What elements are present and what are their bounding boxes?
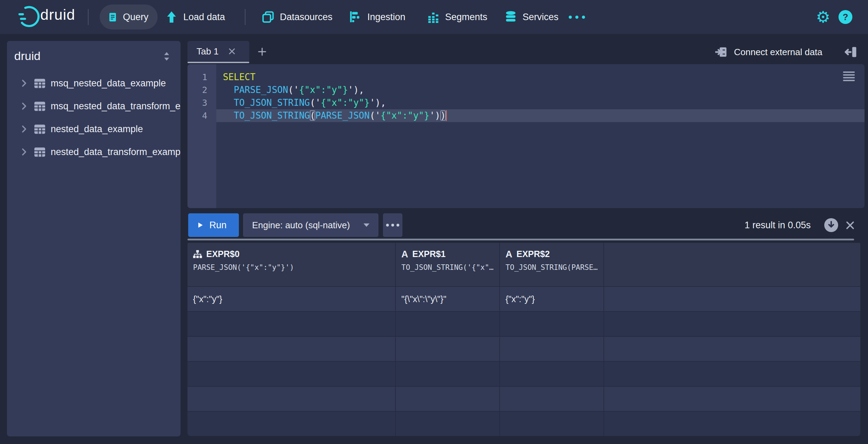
table-cell[interactable] bbox=[396, 411, 500, 436]
query-tab-1[interactable]: Tab 1 bbox=[187, 41, 249, 62]
run-button[interactable]: Run bbox=[188, 213, 239, 237]
table-cell[interactable] bbox=[396, 386, 500, 411]
connect-external-data-label: Connect external data bbox=[734, 47, 822, 58]
nav-item-load-data[interactable]: Load data bbox=[165, 0, 225, 34]
settings-gear-icon[interactable]: ⚙ bbox=[816, 0, 830, 34]
nav-item-query[interactable]: Query bbox=[100, 5, 158, 29]
query-doc-icon bbox=[108, 12, 117, 22]
nav-item-ingestion[interactable]: Ingestion bbox=[349, 0, 406, 34]
datasources-icon bbox=[262, 11, 274, 23]
close-results-icon[interactable] bbox=[846, 221, 854, 230]
table-cell[interactable] bbox=[187, 361, 396, 386]
chevron-right-icon[interactable] bbox=[22, 148, 27, 156]
table-cell[interactable] bbox=[187, 411, 396, 436]
font-icon: A bbox=[401, 250, 408, 258]
nav-item-datasources[interactable]: Datasources bbox=[262, 0, 333, 34]
table-cell[interactable] bbox=[396, 336, 500, 361]
query-result-status: 1 result in 0.05s bbox=[687, 213, 811, 237]
table-row bbox=[187, 411, 860, 436]
help-icon[interactable]: ? bbox=[838, 10, 852, 24]
table-icon bbox=[34, 79, 45, 88]
table-cell[interactable] bbox=[604, 361, 860, 386]
pane-splitter-handle[interactable] bbox=[187, 239, 854, 240]
text-cursor bbox=[446, 110, 447, 121]
caret-down-icon bbox=[364, 223, 369, 227]
table-cell[interactable] bbox=[187, 311, 396, 336]
code-line[interactable]: PARSE_JSON('{"x":"y"}'), bbox=[223, 84, 446, 96]
add-tab-icon[interactable] bbox=[258, 47, 267, 56]
close-tab-icon[interactable] bbox=[228, 48, 235, 55]
line-number: 1 bbox=[187, 71, 207, 84]
run-button-label: Run bbox=[209, 220, 227, 231]
column-name: EXPR$1 bbox=[412, 249, 446, 259]
sidebar-item-table[interactable]: nested_data_example bbox=[7, 118, 181, 140]
line-number: 2 bbox=[187, 84, 207, 96]
connect-external-data-button[interactable]: Connect external data bbox=[715, 43, 822, 61]
nav-divider bbox=[245, 9, 245, 25]
nav-more-button[interactable] bbox=[569, 0, 585, 34]
table-cell[interactable] bbox=[500, 311, 604, 336]
active-tab-indicator bbox=[187, 62, 249, 63]
table-cell[interactable]: {"x":"y"} bbox=[187, 286, 396, 311]
line-number: 3 bbox=[187, 96, 207, 109]
column-expression: TO_JSON_STRING('{"x"… bbox=[401, 263, 499, 272]
table-cell[interactable] bbox=[187, 336, 396, 361]
column-name: EXPR$2 bbox=[517, 249, 550, 259]
top-navbar: druid Query Load data Datasources bbox=[0, 0, 868, 34]
column-expression: PARSE_JSON('{"x":"y"}') bbox=[193, 263, 395, 272]
chevron-right-icon[interactable] bbox=[22, 79, 27, 87]
results-table: EXPR$0PARSE_JSON('{"x":"y"}')AEXPR$1TO_J… bbox=[187, 243, 860, 436]
logo-wordmark[interactable]: druid bbox=[40, 6, 75, 23]
table-cell[interactable] bbox=[396, 311, 500, 336]
sql-editor[interactable]: 1234 SELECT PARSE_JSON('{"x":"y"}'), TO_… bbox=[187, 64, 865, 208]
table-cell[interactable] bbox=[604, 311, 860, 336]
column-expression: TO_JSON_STRING(PARSE… bbox=[506, 263, 603, 272]
table-icon bbox=[34, 147, 45, 157]
table-icon bbox=[34, 125, 45, 134]
druid-console: druid Query Load data Datasources bbox=[0, 0, 868, 444]
tab-label: Tab 1 bbox=[197, 46, 219, 57]
table-cell[interactable] bbox=[500, 386, 604, 411]
table-cell[interactable]: "{\"x\":\"y\"}" bbox=[396, 286, 500, 311]
column-header[interactable]: AEXPR$2TO_JSON_STRING(PARSE… bbox=[500, 243, 604, 286]
code-line[interactable]: TO_JSON_STRING('{"x":"y"}'), bbox=[223, 96, 446, 109]
run-more-options-button[interactable] bbox=[383, 213, 402, 237]
nav-item-label: Ingestion bbox=[367, 12, 406, 23]
sidebar-item-table[interactable]: msq_nested_data_transform_ex bbox=[7, 95, 181, 118]
chevron-right-icon[interactable] bbox=[22, 125, 27, 133]
column-header[interactable]: AEXPR$1TO_JSON_STRING('{"x"… bbox=[396, 243, 500, 286]
nav-item-label: Services bbox=[523, 12, 559, 23]
segments-icon bbox=[427, 11, 440, 23]
druid-logo-icon[interactable] bbox=[17, 4, 43, 30]
code-line[interactable]: TO_JSON_STRING(PARSE_JSON('{"x":"y"}')) bbox=[223, 109, 446, 122]
editor-menu-icon[interactable] bbox=[843, 71, 855, 83]
results-body: {"x":"y"}"{\"x\":\"y\"}"{"x":"y"} bbox=[187, 286, 860, 436]
table-cell[interactable] bbox=[396, 361, 500, 386]
table-cell[interactable] bbox=[604, 386, 860, 411]
engine-select-button[interactable]: Engine: auto (sql-native) bbox=[243, 213, 378, 237]
sort-double-caret-icon[interactable] bbox=[163, 52, 170, 61]
sidebar-item-table[interactable]: nested_data_transform_exampl bbox=[7, 140, 181, 163]
table-cell[interactable] bbox=[604, 411, 860, 436]
open-query-history-drawer-icon[interactable] bbox=[844, 46, 857, 58]
import-data-icon bbox=[715, 46, 727, 58]
nav-divider bbox=[88, 9, 89, 25]
sidebar-item-table[interactable]: msq_nested_data_example bbox=[7, 72, 181, 95]
table-cell[interactable] bbox=[500, 411, 604, 436]
table-cell[interactable] bbox=[604, 286, 860, 311]
sidebar-table-list: msq_nested_data_example msq_nested_data_… bbox=[7, 72, 181, 163]
table-cell[interactable] bbox=[500, 336, 604, 361]
table-cell[interactable] bbox=[604, 336, 860, 361]
column-header[interactable]: EXPR$0PARSE_JSON('{"x":"y"}') bbox=[187, 243, 396, 286]
table-cell[interactable] bbox=[500, 361, 604, 386]
code-line[interactable]: SELECT bbox=[223, 71, 446, 84]
download-results-icon[interactable] bbox=[824, 218, 838, 232]
table-cell[interactable]: {"x":"y"} bbox=[500, 286, 604, 311]
chevron-right-icon[interactable] bbox=[22, 102, 27, 110]
nav-item-label: Query bbox=[123, 12, 149, 23]
nav-item-services[interactable]: Services bbox=[504, 0, 559, 34]
table-row bbox=[187, 336, 860, 361]
sql-code[interactable]: SELECT PARSE_JSON('{"x":"y"}'), TO_JSON_… bbox=[223, 71, 446, 122]
nav-item-segments[interactable]: Segments bbox=[427, 0, 487, 34]
table-cell[interactable] bbox=[187, 386, 396, 411]
